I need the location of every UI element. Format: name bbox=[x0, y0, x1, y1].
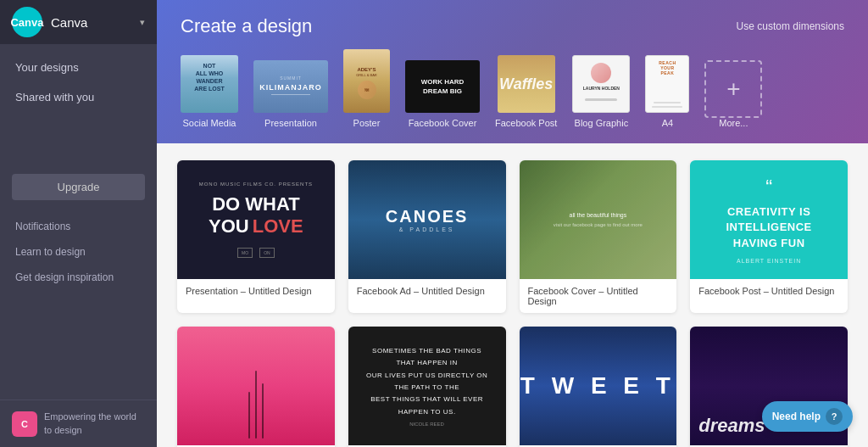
main-content: Create a design Use custom dimensions NO… bbox=[157, 0, 868, 447]
design-label-4: Facebook Post – Untitled Design bbox=[690, 279, 848, 303]
chevron-down-icon: ▾ bbox=[140, 17, 145, 28]
create-design-title: Create a design bbox=[181, 15, 312, 37]
sidebar-brand-name: Canva bbox=[51, 15, 140, 30]
design-card-4[interactable]: “ CREATIVITY IS INTELLIGENCE HAVING FUN … bbox=[690, 160, 848, 313]
upgrade-button-wrap: Upgrade bbox=[0, 165, 157, 209]
sidebar-item-learn-to-design[interactable]: Learn to design bbox=[0, 239, 157, 265]
template-poster[interactable]: ADEY'SGRILL & BAR 🍽 Poster bbox=[343, 49, 390, 128]
design-card-3[interactable]: all the beautiful thingsvisit our facebo… bbox=[520, 160, 677, 313]
template-facebook-cover[interactable]: WORK HARDDREAM BIG Facebook Cover bbox=[405, 60, 480, 128]
more-icon: + bbox=[704, 60, 762, 118]
template-a4[interactable]: REACHYOURPEAK A4 bbox=[645, 55, 689, 128]
design-card-5[interactable] bbox=[177, 327, 335, 447]
sidebar-footer: C Empowering the world to design bbox=[0, 400, 157, 447]
sidebar-item-get-inspiration[interactable]: Get design inspiration bbox=[0, 265, 157, 290]
need-help-button[interactable]: Need help ? bbox=[762, 401, 853, 432]
template-facebook-post[interactable]: Waffles Facebook Post bbox=[495, 55, 557, 128]
template-social-media[interactable]: NOTALL WHOWANDERARE LOST Social Media bbox=[181, 55, 238, 128]
designs-area: MONO MUSIC FILMS CO. PRESENTS DO WHAT YO… bbox=[157, 143, 868, 447]
sidebar-bottom-links: Notifications Learn to design Get design… bbox=[0, 209, 157, 295]
sidebar-item-shared-with-you[interactable]: Shared with you bbox=[0, 82, 157, 112]
sidebar-footer-tagline: Empowering the world to design bbox=[44, 411, 145, 437]
custom-dimensions-link[interactable]: Use custom dimensions bbox=[737, 20, 844, 32]
template-grid: NOTALL WHOWANDERARE LOST Social Media SU… bbox=[181, 49, 844, 128]
design-label-3: Facebook Cover – Untitled Design bbox=[520, 279, 677, 313]
template-blog-graphic[interactable]: LAURYN HOLDEN Blog Graphic bbox=[572, 55, 630, 128]
design-label-1: Presentation – Untitled Design bbox=[177, 279, 335, 303]
sidebar-nav: Your designs Shared with you bbox=[0, 44, 157, 165]
upgrade-button[interactable]: Upgrade bbox=[12, 174, 145, 200]
designs-grid: MONO MUSIC FILMS CO. PRESENTS DO WHAT YO… bbox=[177, 160, 848, 447]
help-icon: ? bbox=[826, 408, 843, 425]
create-design-banner: Create a design Use custom dimensions NO… bbox=[157, 0, 868, 143]
sidebar: Canva Canva ▾ Your designs Shared with y… bbox=[0, 0, 157, 447]
canva-footer-logo: C bbox=[12, 411, 37, 437]
design-card-1[interactable]: MONO MUSIC FILMS CO. PRESENTS DO WHAT YO… bbox=[177, 160, 335, 313]
design-card-2[interactable]: CANOES & PADDLES Facebook Ad – Untitled … bbox=[348, 160, 506, 313]
design-card-6[interactable]: SOMETIMES THE BAD THINGS THAT HAPPEN INO… bbox=[348, 327, 506, 447]
design-label-2: Facebook Ad – Untitled Design bbox=[348, 279, 506, 303]
design-card-7[interactable]: T W E E T bbox=[520, 327, 677, 447]
sidebar-header[interactable]: Canva Canva ▾ bbox=[0, 0, 157, 44]
sidebar-item-your-designs[interactable]: Your designs bbox=[0, 53, 157, 82]
sidebar-item-notifications[interactable]: Notifications bbox=[0, 214, 157, 239]
template-more[interactable]: + More... bbox=[704, 60, 762, 128]
canva-logo-icon: Canva bbox=[12, 7, 42, 37]
template-presentation[interactable]: SUMMIT KILIMANJARO Presentation bbox=[253, 60, 328, 128]
